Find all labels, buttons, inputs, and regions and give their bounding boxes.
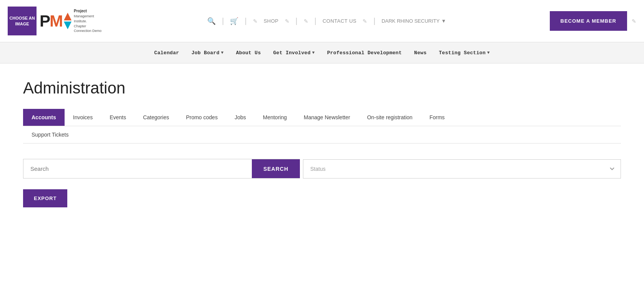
shop-label[interactable]: SHOP (264, 18, 279, 24)
tab-accounts[interactable]: Accounts (23, 109, 65, 126)
tab-support-tickets[interactable]: Support Tickets (23, 126, 77, 143)
nav-item-prodev[interactable]: Professional Development (327, 50, 402, 56)
chevron-jobboard: ▼ (221, 50, 224, 55)
tab-invoices[interactable]: Invoices (65, 109, 101, 126)
edit-icon-member[interactable]: ✎ (632, 18, 636, 24)
admin-tabs-row1: Accounts Invoices Events Categories Prom… (23, 109, 621, 126)
tab-onsite-registration[interactable]: On-site registration (359, 109, 421, 126)
export-button[interactable]: EXPORT (23, 189, 67, 207)
edit-icon-1[interactable]: ✎ (253, 18, 258, 24)
top-bar-right: BECOME A MEMBER ✎ (550, 11, 636, 31)
nav-item-calendar[interactable]: Calendar (154, 50, 179, 56)
admin-tabs: Accounts Invoices Events Categories Prom… (23, 109, 621, 143)
logo-text-block: Project Management Institute. Chapter Co… (74, 8, 102, 33)
logo-letters: PM (40, 12, 62, 30)
tab-mentoring[interactable]: Mentoring (255, 109, 295, 126)
nav-item-news[interactable]: News (414, 50, 426, 56)
top-bar-center: 🔍 | 🛒 | ✎ SHOP ✎ | ✎ | CONTACT US ✎ | DA… (104, 17, 550, 25)
logo-img: PM Project Management Institute. Chapter… (40, 8, 102, 33)
search-icon[interactable]: 🔍 (207, 17, 216, 25)
logo-triangle-top (64, 13, 72, 20)
page-title: Administration (23, 79, 621, 97)
main-content: Administration Accounts Invoices Events … (0, 63, 644, 223)
nav-item-getinvolved[interactable]: Get Involved ▼ (273, 50, 315, 56)
tab-events[interactable]: Events (101, 109, 135, 126)
search-input[interactable] (23, 159, 252, 178)
logo-area: CHOOSE AN IMAGE PM Project Management In… (8, 7, 104, 35)
status-select[interactable]: Status (303, 159, 621, 179)
contact-label[interactable]: CONTACT US (323, 18, 356, 24)
edit-icon-contact[interactable]: ✎ (363, 18, 367, 24)
logo-triangle-bottom (64, 22, 72, 29)
nav-item-testing[interactable]: Testing Section ▼ (439, 50, 489, 56)
logo-icon-group (64, 13, 72, 29)
chevron-getinvolved: ▼ (312, 50, 315, 55)
chevron-testing: ▼ (487, 50, 490, 55)
nav-bar: Calendar Job Board ▼ About Us Get Involv… (0, 42, 644, 63)
tab-forms[interactable]: Forms (421, 109, 453, 126)
tab-jobs[interactable]: Jobs (226, 109, 255, 126)
become-member-button[interactable]: BECOME A MEMBER (550, 11, 627, 31)
edit-icon-2[interactable]: ✎ (304, 18, 308, 24)
edit-icon-shop[interactable]: ✎ (285, 18, 290, 24)
chevron-down-icon: ▼ (441, 18, 446, 24)
export-area: EXPORT (23, 186, 621, 207)
cart-icon[interactable]: 🛒 (230, 17, 238, 25)
tab-categories[interactable]: Categories (135, 109, 178, 126)
search-area: SEARCH Status (23, 159, 621, 179)
tab-manage-newsletter[interactable]: Manage Newsletter (295, 109, 359, 126)
search-input-wrap: SEARCH (23, 159, 300, 179)
search-button[interactable]: SEARCH (252, 159, 300, 178)
top-bar: CHOOSE AN IMAGE PM Project Management In… (0, 0, 644, 42)
nav-item-jobboard[interactable]: Job Board ▼ (191, 50, 224, 56)
dark-rhino-dropdown[interactable]: DARK RHINO SECURITY ▼ (381, 18, 446, 24)
admin-tabs-row2: Support Tickets (23, 126, 621, 143)
choose-image-box[interactable]: CHOOSE AN IMAGE (8, 7, 37, 35)
nav-item-aboutus[interactable]: About Us (236, 50, 261, 56)
tab-promo-codes[interactable]: Promo codes (178, 109, 226, 126)
